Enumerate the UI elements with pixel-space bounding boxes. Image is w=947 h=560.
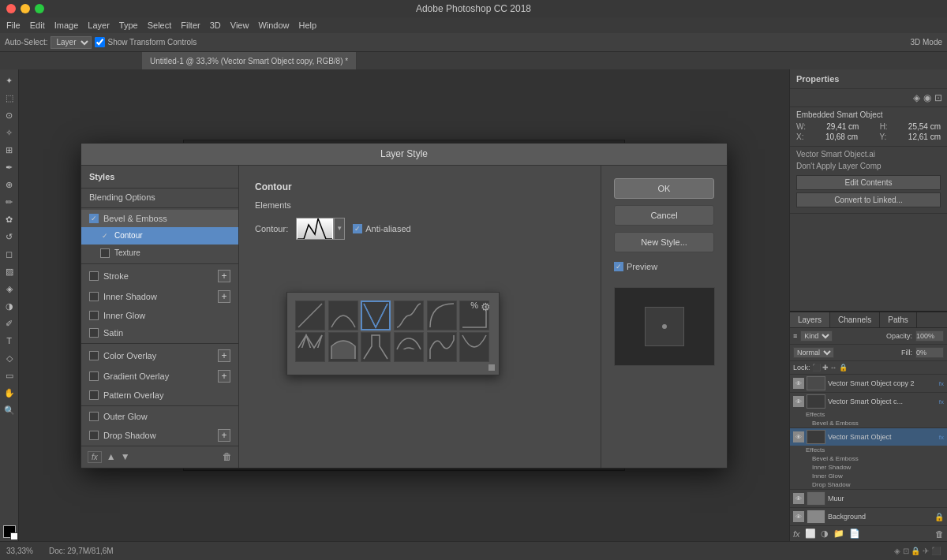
history-brush[interactable]: ↺ — [2, 229, 17, 245]
text-tool[interactable]: T — [2, 333, 17, 349]
texture-item[interactable]: Texture — [81, 245, 238, 262]
blur-tool[interactable]: ◈ — [2, 281, 17, 297]
wand-tool[interactable]: ✧ — [2, 125, 17, 140]
maximize-button[interactable] — [35, 4, 44, 13]
lock-icon-3[interactable]: ↔ — [830, 364, 837, 371]
color-overlay-add-button[interactable]: + — [218, 349, 230, 362]
menu-file[interactable]: File — [6, 21, 21, 30]
lasso-tool[interactable]: ⊙ — [2, 107, 17, 123]
picker-resize-handle[interactable] — [488, 364, 496, 371]
drop-shadow-add-button[interactable]: + — [218, 429, 230, 442]
layer-row[interactable]: 👁 Vector Smart Object c... fx — [790, 393, 947, 410]
menu-select[interactable]: Select — [148, 21, 172, 30]
lock-icon-4[interactable]: 🔒 — [839, 364, 848, 371]
layer-row[interactable]: 👁 Background 🔒 — [790, 508, 947, 525]
anti-alias-checkbox[interactable]: ✓ — [353, 224, 362, 233]
gradient-tool[interactable]: ▨ — [2, 263, 17, 279]
contour-cell-8[interactable] — [328, 332, 358, 362]
menu-view[interactable]: View — [230, 21, 249, 30]
shape-tool[interactable]: ▭ — [2, 368, 17, 383]
fx-bottom-button[interactable]: fx — [793, 529, 800, 539]
properties-icon-2[interactable]: ◉ — [923, 92, 931, 103]
blending-options-item[interactable]: Blending Options — [81, 189, 238, 206]
properties-icon-1[interactable]: ◈ — [913, 92, 920, 103]
paths-tab[interactable]: Paths — [880, 312, 917, 327]
satin-checkbox[interactable] — [89, 328, 99, 338]
gradient-overlay-checkbox[interactable] — [89, 371, 99, 381]
satin-item[interactable]: Satin — [81, 324, 238, 342]
pen-tool[interactable]: ✐ — [2, 315, 17, 331]
pattern-overlay-item[interactable]: Pattern Overlay — [81, 386, 238, 404]
close-button[interactable] — [6, 4, 16, 13]
contour-cell-10[interactable] — [394, 332, 424, 362]
preview-checkbox[interactable]: ✓ — [614, 262, 623, 271]
move-up-button[interactable]: ▲ — [107, 451, 116, 462]
inner-shadow-add-button[interactable]: + — [218, 290, 230, 303]
layer-visibility-icon[interactable]: 👁 — [793, 511, 804, 522]
edit-contents-button[interactable]: Edit Contents — [796, 175, 941, 190]
contour-dropdown-button[interactable]: ▼ — [334, 218, 345, 240]
menu-layer[interactable]: Layer — [88, 21, 110, 30]
delete-style-button[interactable]: 🗑 — [223, 451, 232, 462]
lock-icon-2[interactable]: ✚ — [822, 364, 829, 371]
menu-window[interactable]: Window — [258, 21, 289, 30]
layer-visibility-icon[interactable]: 👁 — [793, 431, 804, 442]
contour-cell-12[interactable] — [459, 332, 489, 362]
contour-cell-gaussian[interactable] — [328, 301, 358, 330]
bevel-emboss-checkbox[interactable]: ✓ — [89, 214, 99, 223]
eraser-tool[interactable]: ◻ — [2, 246, 17, 262]
heal-tool[interactable]: ⊕ — [2, 177, 17, 192]
menu-edit[interactable]: Edit — [30, 21, 45, 30]
menu-image[interactable]: Image — [54, 21, 79, 30]
move-tool[interactable]: ✦ — [2, 73, 17, 88]
drop-shadow-checkbox[interactable] — [89, 431, 99, 440]
menu-type[interactable]: Type — [119, 21, 138, 30]
contour-checkbox[interactable]: ✓ — [100, 231, 110, 241]
eyedropper-tool[interactable]: ✒ — [2, 159, 17, 175]
new-style-button[interactable]: New Style... — [614, 232, 714, 252]
bevel-emboss-item[interactable]: ✓ Bevel & Emboss — [81, 210, 238, 227]
ok-button[interactable]: OK — [614, 178, 714, 199]
auto-select-dropdown[interactable]: Layer — [51, 36, 92, 49]
contour-cell-s-curve[interactable] — [394, 301, 424, 330]
menu-filter[interactable]: Filter — [181, 21, 200, 30]
texture-checkbox[interactable] — [100, 248, 110, 258]
clone-tool[interactable]: ✿ — [2, 211, 17, 227]
kind-select[interactable]: Kind — [800, 330, 833, 342]
color-overlay-checkbox[interactable] — [89, 351, 99, 360]
inner-shadow-checkbox[interactable] — [89, 292, 99, 301]
picker-gear-button[interactable]: ⚙ — [481, 301, 491, 313]
blend-mode-select[interactable]: Normal — [793, 347, 834, 358]
fill-input[interactable] — [915, 347, 944, 358]
properties-icon-3[interactable]: ⊡ — [934, 92, 942, 103]
layers-tab[interactable]: Layers — [790, 312, 830, 327]
color-overlay-item[interactable]: Color Overlay + — [81, 345, 238, 366]
layer-visibility-icon[interactable]: 👁 — [793, 396, 804, 407]
channels-tab[interactable]: Channels — [830, 312, 880, 327]
contour-cell-9[interactable] — [361, 332, 391, 362]
brush-tool[interactable]: ✏ — [2, 194, 17, 210]
marquee-tool[interactable]: ⬚ — [2, 90, 17, 106]
show-transform-checkbox[interactable] — [95, 37, 105, 47]
contour-cell-v-shape[interactable] — [361, 301, 391, 330]
contour-cell-linear[interactable] — [295, 301, 325, 330]
dodge-tool[interactable]: ◑ — [2, 298, 17, 314]
zoom-tool[interactable]: 🔍 — [2, 402, 17, 418]
move-down-button[interactable]: ▼ — [121, 451, 130, 462]
path-tool[interactable]: ◇ — [2, 350, 17, 366]
contour-item[interactable]: ✓ Contour — [81, 227, 238, 245]
contour-preview-button[interactable] — [296, 218, 334, 240]
lock-icon-1[interactable]: ⬛ — [812, 364, 821, 371]
delete-layer-button[interactable]: 🗑 — [935, 529, 944, 539]
layer-row-selected[interactable]: 👁 Vector Smart Object fx — [790, 428, 947, 446]
layer-visibility-icon[interactable]: 👁 — [793, 493, 804, 504]
inner-glow-item[interactable]: Inner Glow — [81, 307, 238, 324]
hand-tool[interactable]: ✋ — [2, 385, 17, 401]
layer-row[interactable]: 👁 Vector Smart Object copy 2 fx — [790, 375, 947, 393]
document-tab[interactable]: Untitled-1 @ 33,3% (Vector Smart Object … — [142, 52, 357, 69]
crop-tool[interactable]: ⊞ — [2, 142, 17, 158]
stroke-add-button[interactable]: + — [218, 270, 230, 282]
gradient-overlay-item[interactable]: Gradient Overlay + — [81, 366, 238, 386]
outer-glow-item[interactable]: Outer Glow — [81, 408, 238, 425]
minimize-button[interactable] — [21, 4, 30, 13]
